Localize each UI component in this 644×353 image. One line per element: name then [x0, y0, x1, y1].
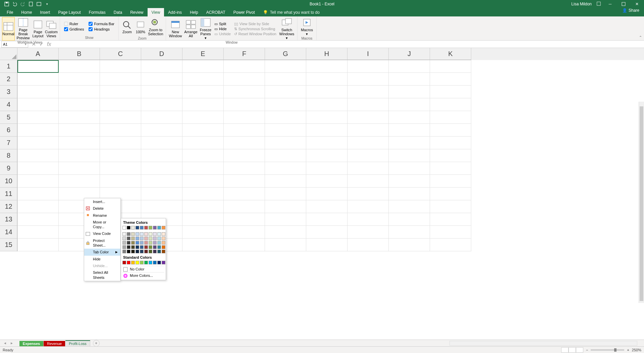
cell[interactable]: [430, 188, 471, 200]
color-swatch[interactable]: [136, 226, 139, 230]
cell[interactable]: [182, 188, 224, 200]
cell[interactable]: [224, 162, 265, 175]
row-header[interactable]: 3: [0, 86, 17, 98]
cell[interactable]: [265, 124, 306, 137]
freeze-panes-button[interactable]: Freeze Panes ▾: [199, 17, 212, 41]
cell[interactable]: [17, 175, 59, 188]
ctx-rename[interactable]: Rename: [84, 212, 120, 219]
cell[interactable]: [306, 98, 347, 111]
tab-formulas[interactable]: Formulas: [85, 8, 110, 16]
tab-view[interactable]: View: [148, 8, 164, 16]
color-swatch[interactable]: [144, 232, 148, 236]
cell[interactable]: [17, 124, 59, 137]
row-header[interactable]: 11: [0, 188, 17, 200]
cell[interactable]: [430, 149, 471, 162]
row-header[interactable]: 7: [0, 137, 17, 149]
color-swatch[interactable]: [136, 261, 139, 264]
cell[interactable]: [100, 86, 141, 98]
cell[interactable]: [224, 213, 265, 226]
new-window-button[interactable]: New Window: [168, 17, 183, 41]
tell-me-search[interactable]: 💡 Tell me what you want to do: [263, 8, 320, 16]
redo-icon[interactable]: [20, 1, 25, 7]
cell[interactable]: [389, 124, 430, 137]
tab-insert[interactable]: Insert: [36, 8, 54, 16]
color-swatch[interactable]: [144, 226, 148, 230]
cell[interactable]: [224, 149, 265, 162]
cell[interactable]: [347, 73, 389, 86]
cell[interactable]: [265, 226, 306, 239]
cell[interactable]: [100, 60, 141, 73]
color-swatch[interactable]: [131, 250, 135, 253]
tab-data[interactable]: Data: [110, 8, 126, 16]
cell[interactable]: [182, 137, 224, 149]
gridlines-checkbox[interactable]: Gridlines: [64, 27, 84, 31]
cell[interactable]: [347, 162, 389, 175]
cell[interactable]: [430, 162, 471, 175]
color-swatch[interactable]: [162, 261, 165, 264]
cell[interactable]: [224, 86, 265, 98]
cell[interactable]: [59, 111, 100, 124]
cell[interactable]: [347, 149, 389, 162]
cell[interactable]: [265, 162, 306, 175]
page-layout-view-icon[interactable]: [569, 347, 576, 353]
cell[interactable]: [100, 124, 141, 137]
cell[interactable]: [389, 200, 430, 213]
cell[interactable]: [306, 124, 347, 137]
color-swatch[interactable]: [157, 241, 161, 245]
page-layout-button[interactable]: Page Layout: [32, 17, 44, 41]
cell[interactable]: [17, 162, 59, 175]
row-header[interactable]: 12: [0, 200, 17, 213]
cell[interactable]: [141, 162, 182, 175]
cell[interactable]: [59, 73, 100, 86]
cell[interactable]: [182, 149, 224, 162]
row-header[interactable]: 15: [0, 239, 17, 251]
cell[interactable]: [224, 124, 265, 137]
cell[interactable]: [182, 60, 224, 73]
color-swatch[interactable]: [127, 245, 130, 249]
formula-input[interactable]: [54, 41, 644, 48]
cell[interactable]: [430, 98, 471, 111]
normal-view-button[interactable]: Normal: [2, 17, 15, 41]
row-header[interactable]: 4: [0, 98, 17, 111]
account-icon[interactable]: [596, 1, 601, 7]
col-header[interactable]: F: [224, 48, 265, 60]
cell[interactable]: [182, 175, 224, 188]
col-header[interactable]: J: [389, 48, 430, 60]
cell[interactable]: [182, 111, 224, 124]
color-swatch[interactable]: [149, 250, 152, 253]
cell[interactable]: [306, 188, 347, 200]
cell[interactable]: [224, 175, 265, 188]
ctx-hide[interactable]: Hide: [84, 256, 120, 262]
color-swatch[interactable]: [127, 261, 130, 264]
cell[interactable]: [265, 175, 306, 188]
color-swatch[interactable]: [144, 245, 148, 249]
cell[interactable]: [17, 239, 59, 251]
cell[interactable]: [430, 137, 471, 149]
color-swatch[interactable]: [140, 250, 144, 253]
color-swatch[interactable]: [122, 226, 126, 230]
zoom-level[interactable]: 250%: [632, 348, 641, 352]
minimize-button[interactable]: ─: [606, 1, 614, 7]
cell[interactable]: [389, 73, 430, 86]
zoom-button[interactable]: Zoom: [121, 17, 133, 37]
cell[interactable]: [306, 226, 347, 239]
color-swatch[interactable]: [144, 241, 148, 245]
sheet-tab-revenue[interactable]: Revenue: [44, 341, 65, 346]
cell[interactable]: [430, 86, 471, 98]
sheet-tab-expenses[interactable]: Expenses: [19, 341, 44, 346]
row-header[interactable]: 9: [0, 162, 17, 175]
color-swatch[interactable]: [162, 245, 165, 249]
sheet-nav-prev-icon[interactable]: ◄: [3, 341, 7, 345]
cell[interactable]: [347, 200, 389, 213]
color-swatch[interactable]: [127, 232, 130, 236]
color-swatch[interactable]: [131, 237, 135, 240]
cell[interactable]: [17, 226, 59, 239]
close-button[interactable]: ✕: [633, 1, 641, 7]
color-swatch[interactable]: [122, 245, 126, 249]
cell[interactable]: [265, 200, 306, 213]
cell[interactable]: [306, 213, 347, 226]
cell[interactable]: [141, 124, 182, 137]
color-swatch[interactable]: [153, 226, 157, 230]
color-swatch[interactable]: [153, 232, 157, 236]
cell[interactable]: [347, 213, 389, 226]
